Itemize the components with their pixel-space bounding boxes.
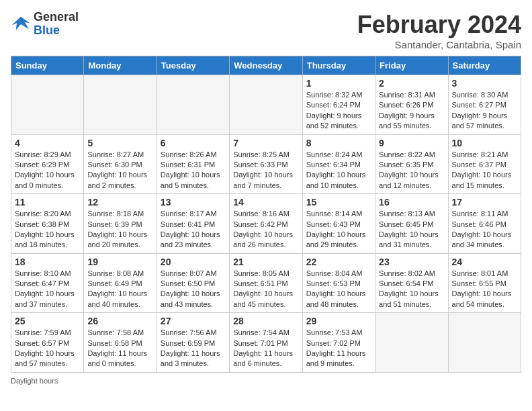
day-info: Sunrise: 8:29 AM Sunset: 6:29 PM Dayligh…	[15, 150, 80, 191]
calendar-day-cell: 4Sunrise: 8:29 AM Sunset: 6:29 PM Daylig…	[11, 134, 84, 194]
calendar-day-cell: 21Sunrise: 8:05 AM Sunset: 6:51 PM Dayli…	[230, 253, 302, 313]
logo-icon	[11, 14, 31, 34]
svg-marker-0	[12, 17, 30, 30]
day-info: Sunrise: 7:53 AM Sunset: 7:02 PM Dayligh…	[306, 328, 371, 369]
calendar-week-row: 11Sunrise: 8:20 AM Sunset: 6:38 PM Dayli…	[11, 194, 521, 254]
day-number: 13	[161, 197, 226, 208]
day-info: Sunrise: 8:01 AM Sunset: 6:55 PM Dayligh…	[452, 269, 517, 310]
day-info: Sunrise: 8:24 AM Sunset: 6:34 PM Dayligh…	[306, 150, 371, 191]
day-number: 22	[306, 257, 371, 267]
calendar-week-row: 25Sunrise: 7:59 AM Sunset: 6:57 PM Dayli…	[11, 313, 521, 373]
calendar-week-row: 4Sunrise: 8:29 AM Sunset: 6:29 PM Daylig…	[11, 134, 521, 194]
month-title: February 2024	[357, 11, 521, 39]
calendar-day-cell	[448, 313, 521, 373]
day-number: 8	[306, 138, 371, 148]
day-number: 18	[15, 257, 80, 267]
calendar-day-cell: 20Sunrise: 8:07 AM Sunset: 6:50 PM Dayli…	[157, 253, 229, 313]
calendar-day-cell: 26Sunrise: 7:58 AM Sunset: 6:58 PM Dayli…	[84, 313, 157, 373]
calendar-day-cell: 23Sunrise: 8:02 AM Sunset: 6:54 PM Dayli…	[375, 253, 448, 313]
calendar-day-cell: 27Sunrise: 7:56 AM Sunset: 6:59 PM Dayli…	[157, 313, 229, 373]
calendar-day-cell: 18Sunrise: 8:10 AM Sunset: 6:47 PM Dayli…	[11, 253, 84, 313]
day-number: 21	[233, 257, 298, 267]
day-info: Sunrise: 8:07 AM Sunset: 6:50 PM Dayligh…	[161, 269, 226, 310]
day-number: 9	[379, 138, 444, 148]
day-number: 10	[452, 138, 517, 148]
day-info: Sunrise: 8:04 AM Sunset: 6:53 PM Dayligh…	[306, 269, 371, 310]
calendar-day-cell: 11Sunrise: 8:20 AM Sunset: 6:38 PM Dayli…	[11, 194, 84, 254]
day-info: Sunrise: 8:32 AM Sunset: 6:24 PM Dayligh…	[306, 90, 371, 132]
day-number: 1	[306, 78, 371, 89]
calendar-day-cell: 5Sunrise: 8:27 AM Sunset: 6:30 PM Daylig…	[84, 134, 157, 194]
calendar-day-cell: 25Sunrise: 7:59 AM Sunset: 6:57 PM Dayli…	[11, 313, 84, 373]
day-number: 3	[452, 78, 517, 89]
calendar-day-cell: 14Sunrise: 8:16 AM Sunset: 6:42 PM Dayli…	[230, 194, 302, 254]
title-section: February 2024 Santander, Cantabria, Spai…	[357, 11, 521, 50]
day-info: Sunrise: 8:18 AM Sunset: 6:39 PM Dayligh…	[87, 209, 152, 250]
day-number: 14	[233, 197, 298, 208]
day-number: 12	[87, 197, 152, 208]
day-info: Sunrise: 8:02 AM Sunset: 6:54 PM Dayligh…	[379, 269, 444, 310]
calendar-day-cell: 9Sunrise: 8:22 AM Sunset: 6:35 PM Daylig…	[375, 134, 448, 194]
day-info: Sunrise: 8:27 AM Sunset: 6:30 PM Dayligh…	[87, 150, 152, 191]
day-info: Sunrise: 8:05 AM Sunset: 6:51 PM Dayligh…	[233, 269, 298, 310]
day-info: Sunrise: 8:08 AM Sunset: 6:49 PM Dayligh…	[87, 269, 152, 310]
calendar-table: SundayMondayTuesdayWednesdayThursdayFrid…	[11, 56, 521, 373]
day-number: 29	[306, 316, 371, 326]
day-info: Sunrise: 8:25 AM Sunset: 6:33 PM Dayligh…	[233, 150, 298, 191]
logo: General Blue	[11, 11, 79, 38]
calendar-day-cell: 17Sunrise: 8:11 AM Sunset: 6:46 PM Dayli…	[448, 194, 521, 254]
day-number: 23	[379, 257, 444, 267]
day-info: Sunrise: 8:31 AM Sunset: 6:26 PM Dayligh…	[379, 90, 444, 132]
day-info: Sunrise: 8:17 AM Sunset: 6:41 PM Dayligh…	[161, 209, 226, 250]
calendar-day-cell: 2Sunrise: 8:31 AM Sunset: 6:26 PM Daylig…	[375, 75, 448, 135]
day-number: 19	[87, 257, 152, 267]
day-number: 20	[161, 257, 226, 267]
calendar-day-cell: 29Sunrise: 7:53 AM Sunset: 7:02 PM Dayli…	[302, 313, 375, 373]
day-of-week-header: Saturday	[448, 56, 521, 75]
day-number: 2	[379, 78, 444, 89]
day-number: 11	[15, 197, 80, 208]
day-of-week-header: Wednesday	[230, 56, 302, 75]
day-of-week-header: Sunday	[11, 56, 84, 75]
day-number: 28	[233, 316, 298, 326]
day-number: 24	[452, 257, 517, 267]
calendar-week-row: 18Sunrise: 8:10 AM Sunset: 6:47 PM Dayli…	[11, 253, 521, 313]
calendar-week-row: 1Sunrise: 8:32 AM Sunset: 6:24 PM Daylig…	[11, 75, 521, 135]
calendar-day-cell: 12Sunrise: 8:18 AM Sunset: 6:39 PM Dayli…	[84, 194, 157, 254]
calendar-day-cell: 19Sunrise: 8:08 AM Sunset: 6:49 PM Dayli…	[84, 253, 157, 313]
day-info: Sunrise: 8:26 AM Sunset: 6:31 PM Dayligh…	[161, 150, 226, 191]
logo-line2: Blue	[34, 24, 79, 38]
day-info: Sunrise: 8:13 AM Sunset: 6:45 PM Dayligh…	[379, 209, 444, 250]
day-info: Sunrise: 7:56 AM Sunset: 6:59 PM Dayligh…	[161, 328, 226, 369]
daylight-hours-label: Daylight hours	[11, 377, 58, 385]
day-number: 16	[379, 197, 444, 208]
day-info: Sunrise: 8:14 AM Sunset: 6:43 PM Dayligh…	[306, 209, 371, 250]
calendar-day-cell: 3Sunrise: 8:30 AM Sunset: 6:27 PM Daylig…	[448, 75, 521, 135]
day-of-week-header: Monday	[84, 56, 157, 75]
page-header: General Blue February 2024 Santander, Ca…	[11, 11, 521, 50]
day-number: 5	[87, 138, 152, 148]
day-number: 17	[452, 197, 517, 208]
calendar-day-cell	[230, 75, 302, 135]
day-info: Sunrise: 8:16 AM Sunset: 6:42 PM Dayligh…	[233, 209, 298, 250]
calendar-day-cell: 22Sunrise: 8:04 AM Sunset: 6:53 PM Dayli…	[302, 253, 375, 313]
calendar-day-cell: 28Sunrise: 7:54 AM Sunset: 7:01 PM Dayli…	[230, 313, 302, 373]
calendar-day-cell: 24Sunrise: 8:01 AM Sunset: 6:55 PM Dayli…	[448, 253, 521, 313]
calendar-header-row: SundayMondayTuesdayWednesdayThursdayFrid…	[11, 56, 521, 75]
calendar-day-cell: 6Sunrise: 8:26 AM Sunset: 6:31 PM Daylig…	[157, 134, 229, 194]
calendar-day-cell: 13Sunrise: 8:17 AM Sunset: 6:41 PM Dayli…	[157, 194, 229, 254]
day-info: Sunrise: 8:30 AM Sunset: 6:27 PM Dayligh…	[452, 90, 517, 132]
day-number: 7	[233, 138, 298, 148]
calendar-day-cell: 16Sunrise: 8:13 AM Sunset: 6:45 PM Dayli…	[375, 194, 448, 254]
day-info: Sunrise: 8:10 AM Sunset: 6:47 PM Dayligh…	[15, 269, 80, 310]
day-of-week-header: Thursday	[302, 56, 375, 75]
day-info: Sunrise: 8:11 AM Sunset: 6:46 PM Dayligh…	[452, 209, 517, 250]
location-subtitle: Santander, Cantabria, Spain	[357, 39, 521, 50]
logo-text: General Blue	[34, 11, 79, 38]
calendar-day-cell	[157, 75, 229, 135]
day-info: Sunrise: 7:54 AM Sunset: 7:01 PM Dayligh…	[233, 328, 298, 369]
day-number: 4	[15, 138, 80, 148]
day-info: Sunrise: 8:21 AM Sunset: 6:37 PM Dayligh…	[452, 150, 517, 191]
calendar-day-cell: 8Sunrise: 8:24 AM Sunset: 6:34 PM Daylig…	[302, 134, 375, 194]
day-number: 26	[87, 316, 152, 326]
